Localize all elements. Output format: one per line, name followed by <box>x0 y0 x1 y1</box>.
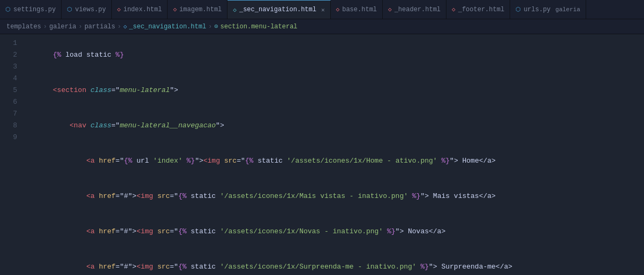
tab-label: imagem.html <box>179 6 222 13</box>
code-line-6: <a href="#"><img src="{% static '/assets… <box>28 214 638 249</box>
header-html-icon: ◇ <box>388 6 392 13</box>
tab-close-button[interactable]: ✕ <box>321 6 325 13</box>
base-html-icon: ◇ <box>336 6 340 13</box>
tab-label: settings.py <box>13 6 56 13</box>
tab-base-html[interactable]: ◇ base.html <box>331 0 383 19</box>
breadcrumb-sep-2: › <box>78 23 82 30</box>
sec-navigation-icon: ◇ <box>233 6 237 13</box>
tab-label: views.py <box>75 6 106 13</box>
breadcrumb-sep-3: › <box>117 23 121 30</box>
tab-imagem-html[interactable]: ◇ imagem.html <box>168 0 228 19</box>
line-num-4: 4 <box>6 73 17 85</box>
code-editor: 1 2 3 4 5 6 7 8 9 {% load static %} <sec… <box>0 34 644 275</box>
tab-label: urls.py <box>524 6 550 13</box>
breadcrumb-section-icon: ⊙ <box>214 22 218 30</box>
code-line-4: <a href="{% url 'index' %}"><img src="{%… <box>28 143 638 179</box>
line-num-2: 2 <box>6 49 17 61</box>
tab-index-html[interactable]: ◇ index.html <box>112 0 168 19</box>
breadcrumb-partials: partials <box>85 23 116 30</box>
tab-extra: galeria <box>556 6 580 13</box>
tab-settings-py[interactable]: ⬡ settings.py <box>0 0 62 19</box>
breadcrumb: templates › galeria › partials › ◇ _sec_… <box>0 19 644 34</box>
tab-label: _footer.html <box>458 6 504 13</box>
line-num-7: 7 <box>6 108 17 120</box>
breadcrumb-file-name: _sec_navigation.html <box>129 23 206 30</box>
code-lines[interactable]: {% load static %} <section class="menu-l… <box>21 37 644 275</box>
tab-bar: ⬡ settings.py ⬡ views.py ◇ index.html ◇ … <box>0 0 644 19</box>
imagem-html-icon: ◇ <box>173 6 177 13</box>
code-line-3: <nav class="menu-lateral__navegacao"> <box>28 108 638 143</box>
line-num-3: 3 <box>6 61 17 73</box>
tag-section-open: <section <box>53 86 90 94</box>
tab-label: _header.html <box>395 6 441 13</box>
tab-header-html[interactable]: ◇ _header.html <box>383 0 446 19</box>
code-line-5: <a href="#"><img src="{% static '/assets… <box>28 179 638 214</box>
breadcrumb-section-name: section.menu-lateral <box>221 23 298 30</box>
breadcrumb-sep-4: › <box>208 23 212 30</box>
code-line-7: <a href="#"><img src="{% static '/assets… <box>28 249 638 275</box>
index-html-icon: ◇ <box>117 6 121 13</box>
settings-py-icon: ⬡ <box>5 6 11 13</box>
tab-label: base.html <box>342 6 377 13</box>
template-tag-load: {% <box>53 51 62 59</box>
code-line-1: {% load static %} <box>28 37 638 73</box>
code-line-2: <section class="menu-lateral"> <box>28 73 638 108</box>
tab-views-py[interactable]: ⬡ views.py <box>62 0 112 19</box>
line-num-9: 9 <box>6 132 17 143</box>
line-numbers: 1 2 3 4 5 6 7 8 9 <box>0 37 21 275</box>
tab-footer-html[interactable]: ◇ _footer.html <box>446 0 510 19</box>
line-num-1: 1 <box>6 37 17 49</box>
footer-html-icon: ◇ <box>452 6 456 13</box>
line-num-5: 5 <box>6 85 17 96</box>
tab-label: _sec_navigation.html <box>239 6 316 13</box>
line-num-8: 8 <box>6 120 17 132</box>
tab-label: index.html <box>123 6 162 13</box>
urls-py-icon: ⬡ <box>516 6 521 13</box>
tab-urls-py[interactable]: ⬡ urls.py galeria <box>510 0 586 19</box>
tab-sec-navigation-html[interactable]: ◇ _sec_navigation.html ✕ <box>228 0 330 19</box>
breadcrumb-templates: templates <box>6 23 41 30</box>
breadcrumb-sep-1: › <box>43 23 47 30</box>
line-num-6: 6 <box>6 96 17 108</box>
breadcrumb-file-icon: ◇ <box>123 23 127 30</box>
views-py-icon: ⬡ <box>67 6 72 13</box>
breadcrumb-galeria: galeria <box>49 23 76 30</box>
